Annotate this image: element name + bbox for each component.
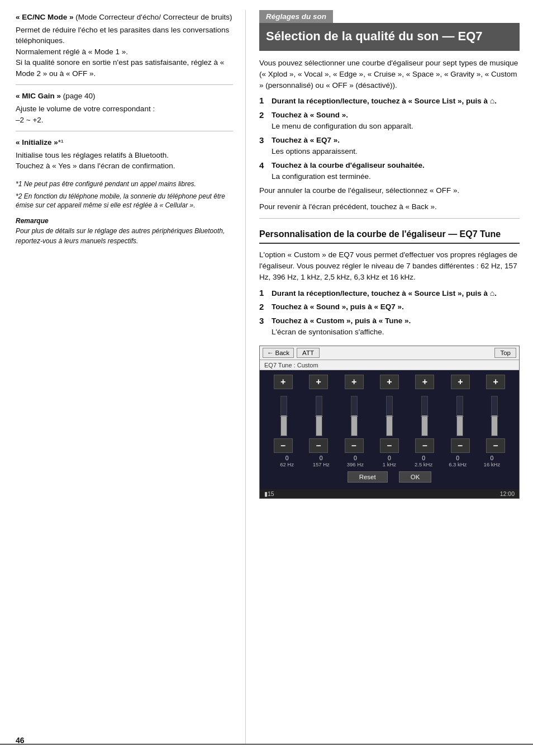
eq-plus-row: + + + + + + +: [265, 375, 513, 389]
eq-reset-button[interactable]: Reset: [348, 471, 388, 483]
eq-bars-area: [266, 391, 512, 436]
eq-plus-btn-7[interactable]: +: [486, 375, 505, 389]
eq-freq-4-val: 0: [388, 455, 391, 461]
remark-text: Pour plus de détails sur le réglage des …: [16, 226, 233, 246]
eq-freq-2: 0 157 Hz: [312, 455, 331, 467]
sub-step-1-title: Durant la réception/lecture, touchez à «…: [272, 289, 497, 297]
divider-right: [259, 218, 520, 219]
eq-freq-4: 0 1 kHz: [380, 455, 399, 467]
bottom-bar: 46: [0, 744, 533, 756]
eq-status-bar: ▮15 12:00: [260, 489, 519, 498]
outro-1: Pour annuler la courbe de l'égaliseur, s…: [259, 185, 520, 196]
eq-band-5: [415, 396, 434, 436]
eq-freq-5: 0 2.5 kHz: [414, 455, 433, 467]
eq-minus-btn-2[interactable]: –: [309, 438, 328, 453]
eq-att-label: ATT: [302, 349, 314, 356]
eq-plus-btn-5[interactable]: +: [415, 375, 434, 389]
eq-plus-btn-1[interactable]: +: [274, 375, 293, 389]
eq-ok-button[interactable]: OK: [399, 471, 432, 483]
sub-step-3-desc: L'écran de syntonisation s'affiche.: [272, 327, 520, 338]
divider-1: [16, 84, 233, 85]
ecnc-title: « EC/NC Mode »: [16, 13, 74, 21]
micgain-desc: Ajuste le volume de votre correspondant …: [16, 103, 233, 125]
eq-body: + + + + + + +: [260, 370, 519, 489]
eq-minus-btn-6[interactable]: –: [451, 438, 470, 453]
eq-freq-7-val: 0: [490, 455, 493, 461]
eq-freq-1-hz: 62 Hz: [280, 461, 294, 467]
footnote-1-text: Ne peut pas être configuré pendant un ap…: [24, 180, 196, 188]
eq-freq-4-hz: 1 kHz: [383, 461, 396, 467]
sub-step-1: 1 Durant la réception/lecture, touchez à…: [259, 288, 520, 299]
sub-step-3: 3 Touchez à « Custom », puis à « Tune ».…: [259, 316, 520, 338]
eq-plus-btn-4[interactable]: +: [380, 375, 399, 389]
back-arrow-icon: ←: [267, 349, 274, 356]
eq-band-2: [310, 396, 329, 436]
micgain-suffix: (page 40): [61, 92, 96, 100]
eq-freq-7: 0 16 kHz: [482, 455, 501, 467]
eq-freq-2-hz: 157 Hz: [313, 461, 330, 467]
eq-minus-btn-1[interactable]: –: [274, 438, 293, 453]
eq-att-button[interactable]: ATT: [297, 348, 320, 358]
initialize-title: « Initialize »: [16, 138, 58, 147]
micgain-section: « MIC Gain » (page 40) Ajuste le volume …: [16, 91, 233, 125]
step-1-title: Durant la réception/lecture, touchez à «…: [272, 97, 497, 105]
ecnc-title-suffix: (Mode Correcteur d'écho/ Correcteur de b…: [74, 13, 232, 21]
step-3: 3 Touchez à « EQ7 ». Les options apparai…: [259, 135, 520, 157]
footnote-2-text: En fonction du téléphone mobile, la sonn…: [16, 192, 225, 210]
sub-step-1-num: 1: [259, 288, 272, 297]
eq-status-right: 12:00: [500, 490, 515, 497]
section-title: Sélection de la qualité du son — EQ7: [259, 23, 520, 51]
step-4-num: 4: [259, 160, 272, 170]
eq-topbar: ← Back ATT Top: [260, 346, 519, 360]
eq-minus-btn-5[interactable]: –: [415, 438, 434, 453]
eq-freq-6: 0 6.3 kHz: [448, 455, 467, 467]
right-column: Réglages du son Sélection de la qualité …: [246, 10, 533, 744]
remark-title: Remarque: [16, 217, 233, 225]
eq-top-button[interactable]: Top: [494, 348, 516, 358]
eq-freq-3-val: 0: [354, 455, 357, 461]
step-4-desc: La configuration est terminée.: [272, 172, 520, 182]
eq-freq-2-val: 0: [320, 455, 323, 461]
eq-plus-btn-6[interactable]: +: [451, 375, 470, 389]
eq-band-6: [450, 396, 469, 436]
eq-freq-1: 0 62 Hz: [278, 455, 297, 467]
ecnc-section: « EC/NC Mode » (Mode Correcteur d'écho/ …: [16, 12, 233, 79]
eq-freq-6-hz: 6.3 kHz: [449, 461, 467, 467]
sub-step-2: 2 Touchez à « Sound », puis à « EQ7 ».: [259, 302, 520, 313]
step-2: 2 Touchez à « Sound ». Le menu de config…: [259, 110, 520, 132]
footnote-2-marker: *2: [16, 192, 24, 200]
eq-freq-row: 0 62 Hz 0 157 Hz 0 396 Hz 0 1 kHz: [265, 453, 513, 469]
footnote-2: *2 En fonction du téléphone mobile, la s…: [16, 192, 233, 211]
step-3-title: Touchez à « EQ7 ».: [272, 135, 520, 146]
sub-step-2-title: Touchez à « Sound », puis à « EQ7 ».: [272, 302, 520, 313]
step-2-desc: Le menu de configuration du son apparaît…: [272, 121, 520, 132]
ecnc-desc: Permet de réduire l'écho et les parasite…: [16, 25, 233, 79]
eq-band-4: [380, 396, 399, 436]
left-column: « EC/NC Mode » (Mode Correcteur d'écho/ …: [0, 10, 246, 744]
eq-minus-btn-4[interactable]: –: [380, 438, 399, 453]
steps-list: 1 Durant la réception/lecture, touchez à…: [259, 96, 520, 182]
eq-back-button[interactable]: ← Back: [263, 348, 294, 358]
sub-intro: L'option « Custom » de EQ7 vous permet d…: [259, 249, 520, 284]
eq-band-7: [485, 396, 504, 436]
eq-plus-btn-2[interactable]: +: [309, 375, 328, 389]
step-3-num: 3: [259, 135, 272, 145]
step-3-desc: Les options apparaissent.: [272, 147, 520, 157]
eq-label: EQ7 Tune : Custom: [264, 362, 318, 368]
section-intro: Vous pouvez sélectionner une courbe d'ég…: [259, 58, 520, 92]
eq-minus-btn-3[interactable]: –: [345, 438, 364, 453]
footnote-1: *1 Ne peut pas être configuré pendant un…: [16, 179, 233, 189]
eq-minus-row: – – – – – – –: [265, 438, 513, 453]
footnote-1-marker: *1: [16, 180, 24, 188]
step-2-num: 2: [259, 110, 272, 120]
eq-plus-btn-3[interactable]: +: [345, 375, 364, 389]
sub-step-3-num: 3: [259, 316, 272, 325]
step-1-num: 1: [259, 96, 272, 105]
eq-screen: ← Back ATT Top EQ7 Tune : Custom + +: [259, 346, 520, 499]
eq-freq-7-hz: 16 kHz: [484, 461, 501, 467]
step-4: 4 Touchez à la courbe d'égaliseur souhai…: [259, 160, 520, 182]
page-number: 46: [16, 736, 25, 745]
eq-minus-btn-7[interactable]: –: [486, 438, 505, 453]
eq-freq-6-val: 0: [456, 455, 459, 461]
sub-step-2-num: 2: [259, 302, 272, 311]
